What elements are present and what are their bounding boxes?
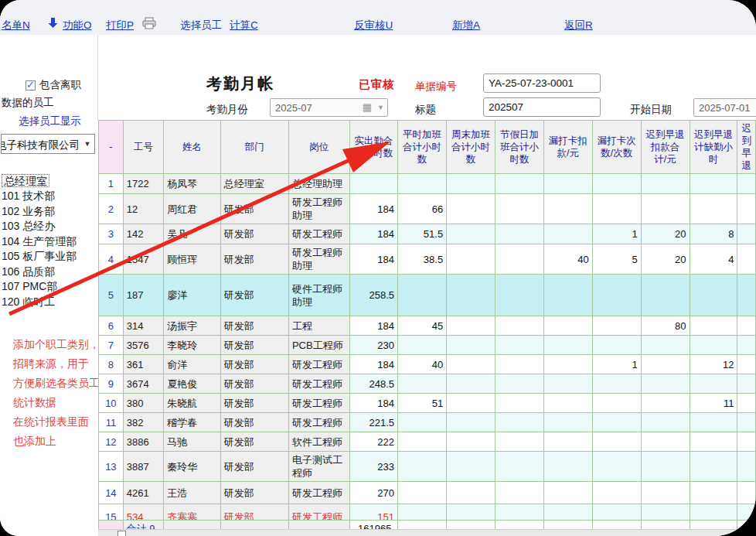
table-cell[interactable]: 40	[543, 244, 592, 275]
table-cell[interactable]	[447, 174, 495, 194]
table-cell[interactable]: 20	[641, 224, 690, 244]
table-cell[interactable]	[641, 174, 690, 194]
table-cell[interactable]: 研发部	[220, 244, 288, 275]
table-cell[interactable]: 3887	[123, 452, 164, 482]
table-cell[interactable]	[641, 482, 690, 504]
table-cell[interactable]: 顾恒珲	[164, 244, 221, 275]
table-cell[interactable]: 研发工程师助理	[288, 244, 349, 275]
table-cell[interactable]: 研发工程师	[288, 355, 349, 374]
table-cell[interactable]	[592, 275, 641, 316]
table-cell[interactable]	[737, 224, 756, 244]
table-cell[interactable]	[737, 316, 756, 336]
table-cell[interactable]	[543, 482, 592, 504]
table-cell[interactable]: 工程	[288, 316, 349, 336]
table-cell[interactable]	[592, 336, 641, 355]
table-cell[interactable]	[447, 275, 495, 316]
table-cell[interactable]	[641, 374, 690, 394]
table-cell[interactable]	[690, 432, 737, 452]
table-cell[interactable]: 总经理助理	[288, 174, 349, 194]
column-header[interactable]: 岗位	[288, 121, 349, 174]
column-header[interactable]: 节假日加班合计小时数	[495, 121, 543, 174]
table-cell[interactable]: 2	[99, 194, 124, 224]
table-cell[interactable]	[690, 452, 737, 482]
table-cell[interactable]	[737, 336, 756, 355]
table-cell[interactable]: 3886	[123, 432, 164, 452]
table-cell[interactable]: 研发部	[220, 275, 288, 316]
table-cell[interactable]	[543, 275, 592, 316]
sidebar-item-department[interactable]: 104 生产管理部	[2, 234, 97, 250]
table-cell[interactable]: 230	[349, 336, 397, 355]
table-cell[interactable]	[592, 452, 641, 482]
table-cell[interactable]	[447, 355, 495, 374]
table-cell[interactable]	[543, 504, 592, 521]
table-cell[interactable]: 184	[349, 244, 397, 275]
table-cell[interactable]	[737, 452, 756, 482]
table-cell[interactable]	[495, 482, 543, 504]
menu-unaudit[interactable]: 反审核U	[354, 19, 393, 32]
table-cell[interactable]: 周红君	[164, 194, 221, 224]
sidebar-item-department[interactable]: 106 品质部	[2, 265, 97, 280]
table-cell[interactable]: 258.5	[349, 275, 397, 316]
column-header[interactable]: 迟到早退计缺勤小时	[690, 121, 737, 174]
table-cell[interactable]: 俞洋	[164, 355, 221, 374]
column-header[interactable]: 姓名	[164, 121, 221, 174]
table-cell[interactable]: 8	[99, 355, 124, 374]
table-cell[interactable]: 382	[123, 413, 164, 432]
table-cell[interactable]: 4261	[123, 482, 164, 504]
calendar-icon[interactable]: ▦	[363, 101, 372, 113]
table-cell[interactable]: 研发部	[220, 394, 288, 413]
table-cell[interactable]	[398, 452, 447, 482]
table-cell[interactable]	[592, 316, 641, 336]
table-cell[interactable]	[543, 374, 592, 394]
table-cell[interactable]	[398, 275, 447, 316]
horizontal-scrollbar[interactable]	[98, 529, 756, 536]
table-cell[interactable]	[543, 174, 592, 194]
table-cell[interactable]	[495, 504, 543, 521]
table-cell[interactable]: 研发工程师	[288, 224, 349, 244]
table-cell[interactable]	[447, 432, 495, 452]
table-cell[interactable]: 齐寒寒	[164, 504, 221, 521]
table-cell[interactable]	[398, 504, 447, 521]
table-cell[interactable]: 10	[99, 394, 124, 413]
table-cell[interactable]	[592, 432, 641, 452]
select-employee-display-link[interactable]: 选择员工显示	[19, 114, 81, 128]
table-cell[interactable]	[398, 413, 447, 432]
table-cell[interactable]: 研发部	[220, 316, 288, 336]
table-cell[interactable]	[495, 374, 543, 394]
table-cell[interactable]: 秦玲华	[164, 452, 221, 482]
table-cell[interactable]: 朱晓航	[164, 394, 221, 413]
table-cell[interactable]	[690, 482, 737, 504]
table-cell[interactable]: 5	[592, 244, 641, 275]
table-cell[interactable]	[690, 336, 737, 355]
table-cell[interactable]	[543, 336, 592, 355]
table-cell[interactable]	[690, 316, 737, 336]
table-cell[interactable]: 11	[99, 413, 124, 432]
table-cell[interactable]: 研发部	[220, 355, 288, 374]
table-cell[interactable]: 研发部	[220, 336, 288, 355]
table-cell[interactable]	[447, 374, 495, 394]
table-cell[interactable]	[543, 316, 592, 336]
table-cell[interactable]	[737, 504, 756, 521]
printer-icon[interactable]	[141, 17, 157, 32]
menu-name-list[interactable]: 名单N	[2, 19, 30, 32]
table-cell[interactable]: 184	[349, 355, 397, 374]
table-cell[interactable]	[592, 174, 641, 194]
column-header[interactable]: 实出勤合计小时数	[349, 121, 397, 174]
title-input[interactable]	[483, 97, 601, 117]
table-cell[interactable]	[592, 413, 641, 432]
table-cell[interactable]	[641, 432, 690, 452]
table-cell[interactable]: 3576	[123, 336, 164, 355]
table-cell[interactable]	[447, 244, 495, 275]
table-cell[interactable]: 研发工程师	[288, 394, 349, 413]
table-cell[interactable]	[592, 194, 641, 224]
table-cell[interactable]	[495, 336, 543, 355]
table-cell[interactable]: 184	[349, 194, 397, 224]
table-cell[interactable]	[398, 482, 447, 504]
table-cell[interactable]	[447, 194, 495, 224]
table-cell[interactable]: 20	[641, 244, 690, 275]
table-cell[interactable]	[495, 394, 543, 413]
table-cell[interactable]: 研发部	[220, 194, 288, 224]
sidebar-item-department[interactable]: 101 技术部	[2, 189, 97, 204]
table-cell[interactable]	[495, 413, 543, 432]
table-cell[interactable]: 研发部	[220, 482, 288, 504]
